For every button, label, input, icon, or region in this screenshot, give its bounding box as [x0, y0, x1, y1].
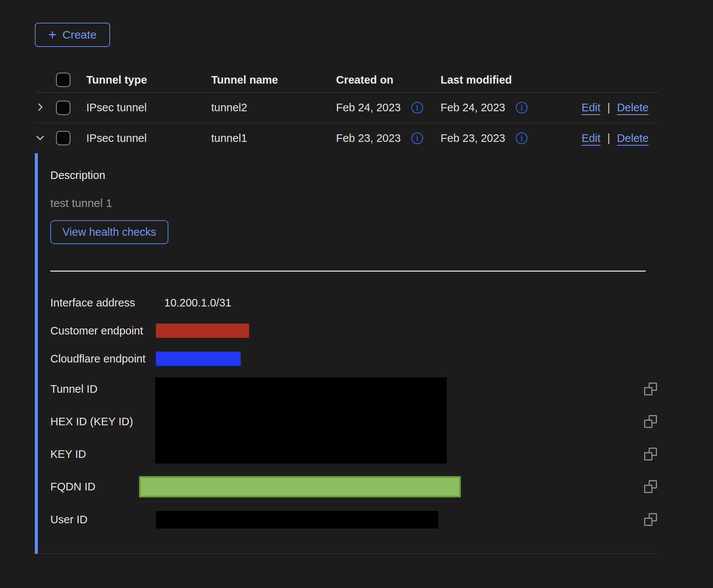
created-on-value: Feb 24, 2023: [336, 101, 401, 114]
last-modified-value: Feb 23, 2023: [441, 132, 505, 145]
header-last-modified: Last modified: [435, 74, 540, 86]
id-fields-group: Tunnel ID HEX ID (KEY ID): [50, 373, 659, 470]
id-values-redaction: [155, 377, 447, 464]
create-button[interactable]: + Create: [35, 23, 110, 47]
create-button-label: Create: [62, 28, 97, 41]
info-icon[interactable]: i: [411, 132, 423, 144]
tunnel-detail-panel: Description test tunnel 1 View health ch…: [35, 153, 659, 554]
field-row-fqdn-id: FQDN ID: [50, 470, 659, 503]
delete-link[interactable]: Delete: [617, 101, 649, 114]
copy-icon[interactable]: [644, 415, 657, 428]
copy-icon[interactable]: [644, 448, 657, 460]
description-label: Description: [50, 169, 659, 182]
plus-icon: +: [48, 28, 56, 42]
copy-icon-front: [644, 518, 652, 526]
delete-link[interactable]: Delete: [617, 132, 649, 145]
field-label: User ID: [50, 513, 156, 526]
header-tunnel-name: Tunnel name: [206, 74, 331, 86]
field-label: Interface address: [50, 297, 156, 309]
field-label: KEY ID: [50, 448, 156, 460]
table-row: IPsec tunnel tunnel2 Feb 24, 2023 i Feb …: [35, 93, 659, 123]
cloudflare-endpoint-redaction: [156, 352, 241, 366]
tunnel-type-cell: IPsec tunnel: [81, 132, 206, 145]
table-row: IPsec tunnel tunnel1 Feb 23, 2023 i Feb …: [35, 123, 659, 153]
tunnel-type-cell: IPsec tunnel: [81, 101, 206, 114]
user-id-redaction: [156, 511, 438, 529]
info-icon[interactable]: i: [516, 102, 528, 114]
actions-separator: |: [607, 132, 610, 145]
copy-icon-front: [644, 387, 652, 395]
tunnels-table: Tunnel type Tunnel name Created on Last …: [35, 67, 659, 554]
field-row-customer-endpoint: Customer endpoint: [50, 317, 659, 345]
customer-endpoint-redaction: [156, 324, 249, 338]
section-divider: [50, 271, 646, 272]
tunnel-name-cell: tunnel1: [206, 132, 331, 145]
header-created-on: Created on: [331, 74, 435, 86]
header-check-cell: [56, 73, 81, 87]
field-label: HEX ID (KEY ID): [50, 415, 156, 428]
field-row-user-id: User ID: [50, 503, 659, 536]
tunnel-fields: Interface address 10.200.1.0/31 Customer…: [50, 289, 659, 536]
copy-icon[interactable]: [644, 513, 657, 526]
field-label: Customer endpoint: [50, 325, 156, 337]
tunnel-name-cell: tunnel2: [206, 101, 331, 114]
created-on-value: Feb 23, 2023: [336, 132, 401, 145]
expand-row-button[interactable]: [35, 102, 45, 114]
view-health-checks-button[interactable]: View health checks: [50, 220, 168, 244]
field-label: Cloudflare endpoint: [50, 353, 156, 365]
actions-separator: |: [607, 101, 610, 114]
chevron-down-icon: [35, 132, 45, 144]
copy-icon-front: [644, 485, 652, 493]
edit-link[interactable]: Edit: [582, 132, 601, 145]
fqdn-id-redaction: [139, 476, 461, 497]
row-checkbox[interactable]: [56, 131, 70, 145]
info-icon[interactable]: i: [411, 102, 423, 114]
copy-icon-front: [644, 420, 652, 428]
table-header-row: Tunnel type Tunnel name Created on Last …: [35, 67, 659, 93]
field-label: Tunnel ID: [50, 383, 156, 395]
last-modified-value: Feb 24, 2023: [441, 101, 505, 114]
page-content: + Create Tunnel type Tunnel name Created…: [0, 0, 713, 554]
row-checkbox[interactable]: [56, 101, 70, 115]
field-row-interface-address: Interface address 10.200.1.0/31: [50, 289, 659, 317]
chevron-right-icon: [35, 102, 45, 114]
field-row-cloudflare-endpoint: Cloudflare endpoint: [50, 345, 659, 373]
header-tunnel-type: Tunnel type: [81, 74, 206, 86]
copy-icon[interactable]: [644, 480, 657, 493]
select-all-checkbox[interactable]: [56, 73, 70, 87]
copy-icon[interactable]: [644, 383, 657, 395]
description-value: test tunnel 1: [50, 197, 659, 210]
edit-link[interactable]: Edit: [582, 101, 601, 114]
interface-address-value: 10.200.1.0/31: [156, 297, 231, 309]
tunnels-page: + Create Tunnel type Tunnel name Created…: [0, 0, 713, 588]
copy-icon-front: [644, 452, 652, 460]
collapse-row-button[interactable]: [35, 132, 45, 144]
info-icon[interactable]: i: [516, 132, 528, 144]
